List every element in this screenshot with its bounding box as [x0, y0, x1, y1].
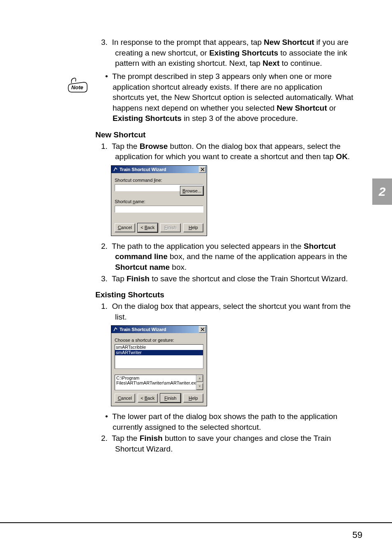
- path-display: C:\Program Files\ART\smARTwriter\smARTwr…: [115, 375, 203, 390]
- ns-step-1: 1. Tap the Browse button. On the dialog …: [101, 141, 354, 162]
- shortcut-listbox[interactable]: smARTscribble smARTwriter: [115, 344, 203, 369]
- dialog-titlebar[interactable]: Train Shortcut Wizard: [111, 326, 207, 333]
- scrollbar[interactable]: ▲ ▼: [196, 375, 203, 390]
- ns-step-3: 3. Tap Finish to save the shortcut and c…: [101, 273, 354, 284]
- ns-step-2: 2. The path to the application you selec…: [101, 241, 354, 273]
- list-item[interactable]: smARTwriter: [115, 350, 203, 355]
- choose-shortcut-label: Choose a shortcut or gesture:: [115, 337, 203, 343]
- close-button[interactable]: [199, 326, 206, 333]
- help-button[interactable]: Help: [183, 223, 204, 232]
- shortcut-command-line-label: Shortcut command line:: [115, 177, 203, 183]
- finish-button[interactable]: Finish: [160, 223, 181, 232]
- app-icon: [113, 167, 118, 172]
- page-number: 59: [353, 530, 362, 540]
- cancel-button[interactable]: Cancel: [115, 223, 135, 232]
- back-button[interactable]: < Back: [138, 394, 158, 403]
- page-rule: [0, 522, 392, 523]
- existing-shortcuts-heading: Existing Shortcuts: [95, 290, 354, 300]
- dialog-titlebar[interactable]: Train Shortcut Wizard: [111, 166, 207, 173]
- note-callout: Note: [66, 76, 90, 95]
- list-item[interactable]: smARTscribble: [115, 345, 203, 350]
- scroll-down-icon[interactable]: ▼: [196, 383, 203, 390]
- train-shortcut-wizard-dialog-2: Train Shortcut Wizard Choose a shortcut …: [111, 325, 207, 406]
- dialog-title: Train Shortcut Wizard: [120, 327, 199, 333]
- app-icon: [113, 327, 118, 332]
- back-button[interactable]: < Back: [138, 223, 158, 232]
- es-step-1: 1. On the dialog box that appears, selec…: [101, 301, 354, 322]
- shortcut-name-input[interactable]: [115, 206, 203, 213]
- close-button[interactable]: [199, 166, 206, 173]
- cancel-button[interactable]: Cancel: [115, 394, 135, 403]
- svg-text:Note: Note: [71, 84, 83, 90]
- browse-button[interactable]: Browse...: [180, 186, 203, 195]
- scroll-up-icon[interactable]: ▲: [196, 375, 203, 382]
- help-button[interactable]: Help: [183, 394, 204, 403]
- chapter-tab: 2: [372, 178, 392, 205]
- note-bullet: • The prompt described in step 3 appears…: [101, 71, 354, 124]
- shortcut-name-label: Shortcut name:: [115, 199, 203, 205]
- train-shortcut-wizard-dialog-1: Train Shortcut Wizard Shortcut command l…: [111, 165, 207, 236]
- es-step-2: 2. Tap the Finish button to save your ch…: [101, 433, 354, 454]
- finish-button[interactable]: Finish: [160, 394, 181, 403]
- es-bullet: • The lower part of the dialog box shows…: [101, 411, 354, 432]
- dialog-title: Train Shortcut Wizard: [120, 167, 199, 173]
- step-3: 3. In response to the prompt that appear…: [101, 37, 354, 69]
- new-shortcut-heading: New Shortcut: [95, 130, 354, 140]
